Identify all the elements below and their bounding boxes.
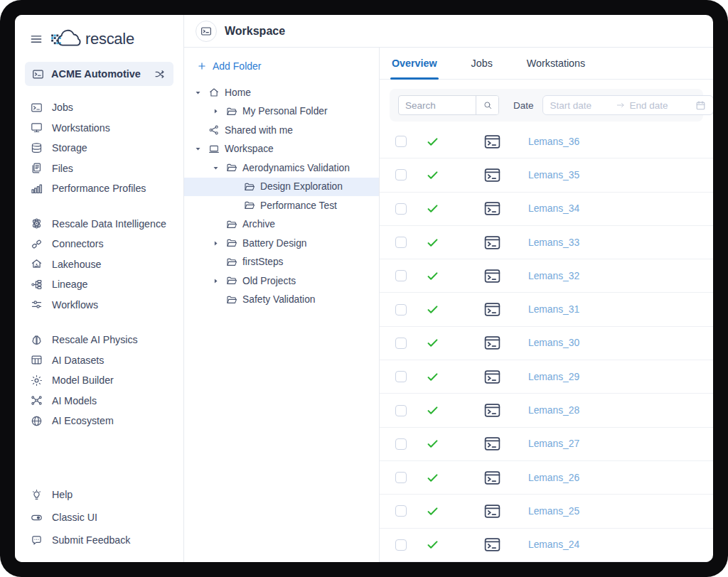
sidebar-item-label: Lineage — [52, 279, 88, 290]
sidebar-item[interactable]: AI Models — [25, 391, 173, 411]
table-icon — [31, 354, 43, 366]
tree-item-label: Old Projects — [242, 276, 296, 286]
lineage-icon — [31, 279, 43, 291]
date-filter-label: Date — [513, 100, 534, 111]
job-checkbox[interactable] — [395, 237, 407, 248]
tree-item[interactable]: Old Projects — [184, 271, 379, 291]
sidebar-item[interactable]: Connectors — [25, 234, 173, 254]
job-link[interactable]: Lemans_35 — [528, 170, 579, 180]
sidebar-item[interactable]: Model Builder — [25, 370, 173, 391]
caret-icon[interactable] — [230, 183, 239, 190]
sidebar-item[interactable]: Files — [25, 158, 173, 179]
tree-item[interactable]: My Personal Folder — [184, 102, 379, 122]
start-date-input[interactable] — [550, 100, 611, 111]
end-date-input[interactable] — [630, 100, 691, 111]
tab[interactable]: Overview — [390, 48, 439, 79]
job-checkbox[interactable] — [395, 539, 407, 551]
sidebar-item-label: Lakehouse — [52, 259, 101, 270]
job-link[interactable]: Lemans_31 — [528, 304, 579, 315]
sidebar-item-label: Workflows — [52, 299, 98, 311]
tab-label: Overview — [392, 58, 437, 69]
caret-right-icon[interactable] — [212, 277, 221, 285]
caret-right-icon[interactable] — [212, 107, 221, 115]
tree-item[interactable]: Home — [184, 83, 379, 102]
sidebar-item[interactable]: Lakehouse — [25, 254, 173, 275]
sidebar-item[interactable]: Performance Profiles — [25, 178, 173, 199]
sidebar-group-main: Jobs Workstations Storage — [25, 97, 173, 199]
tree-item[interactable]: Workspace — [184, 140, 379, 159]
job-link[interactable]: Lemans_28 — [528, 405, 579, 416]
job-checkbox[interactable] — [395, 338, 407, 349]
job-link[interactable]: Lemans_26 — [528, 473, 579, 483]
menu-icon[interactable] — [29, 32, 43, 46]
status-completed-icon — [426, 538, 439, 551]
job-checkbox[interactable] — [395, 169, 407, 180]
job-checkbox[interactable] — [395, 371, 407, 382]
tree-item[interactable]: Battery Design — [184, 234, 379, 253]
caret-down-icon[interactable] — [194, 89, 203, 97]
sidebar-item[interactable]: AI Ecosystem — [25, 411, 173, 431]
caret-icon[interactable] — [212, 296, 221, 303]
sidebar-item[interactable]: Workstations — [25, 118, 173, 139]
sidebar-item[interactable]: Lineage — [25, 274, 173, 295]
add-folder-button[interactable]: Add Folder — [184, 58, 379, 83]
job-link[interactable]: Lemans_33 — [528, 237, 579, 248]
job-checkbox[interactable] — [395, 270, 407, 281]
caret-icon[interactable] — [194, 126, 203, 134]
calendar-icon[interactable] — [695, 100, 706, 111]
job-link[interactable]: Lemans_36 — [528, 136, 579, 147]
sidebar-item[interactable]: Jobs — [25, 97, 173, 118]
account-switcher[interactable]: ACME Automotive — [25, 62, 173, 86]
job-terminal-icon — [483, 435, 501, 453]
job-checkbox[interactable] — [395, 304, 407, 316]
job-checkbox[interactable] — [395, 136, 407, 147]
search-button[interactable] — [476, 96, 498, 114]
job-link[interactable]: Lemans_32 — [528, 271, 579, 281]
app-window: rescale ACME Automotive Jobs Wor — [15, 15, 713, 562]
job-checkbox[interactable] — [395, 472, 407, 483]
caret-icon[interactable] — [212, 220, 221, 228]
job-link[interactable]: Lemans_34 — [528, 203, 579, 214]
tab[interactable]: Jobs — [470, 48, 494, 79]
sidebar-footer: Help Classic UI Submit Feedback — [25, 484, 173, 551]
sidebar-item[interactable]: AI Datasets — [25, 350, 173, 371]
job-checkbox[interactable] — [395, 405, 407, 416]
caret-right-icon[interactable] — [212, 239, 221, 247]
sidebar-footer-item[interactable]: Help — [25, 484, 173, 505]
sidebar-item[interactable]: Workflows — [25, 295, 173, 316]
arrow-right-icon — [616, 100, 626, 110]
status-completed-icon — [426, 236, 439, 249]
caret-down-icon[interactable] — [212, 164, 221, 172]
date-range-picker[interactable] — [542, 95, 713, 115]
sidebar-item-label: AI Ecosystem — [52, 415, 114, 426]
job-checkbox[interactable] — [395, 505, 407, 517]
sidebar-item[interactable]: Rescale Data Intelligence — [25, 214, 173, 234]
sidebar-item-label: Workstations — [52, 122, 110, 134]
job-link[interactable]: Lemans_30 — [528, 338, 579, 348]
sidebar-footer-item[interactable]: Submit Feedback — [25, 529, 173, 551]
job-link[interactable]: Lemans_24 — [528, 539, 579, 550]
caret-icon[interactable] — [230, 202, 239, 210]
sidebar-footer-item[interactable]: Classic UI — [25, 507, 173, 528]
tree-item[interactable]: Design Exploration — [184, 178, 379, 197]
job-checkbox[interactable] — [395, 203, 407, 215]
tab[interactable]: Workstations — [525, 48, 587, 79]
tree-item[interactable]: Archive — [184, 215, 379, 234]
job-link[interactable]: Lemans_27 — [528, 438, 579, 449]
tree-item[interactable]: Shared with me — [184, 121, 379, 140]
search-input[interactable] — [399, 96, 476, 114]
caret-down-icon[interactable] — [194, 145, 203, 153]
tree-item[interactable]: Performance Test — [184, 196, 379, 215]
tree-item[interactable]: Aerodynamics Validation — [184, 158, 379, 178]
status-completed-icon — [426, 404, 439, 417]
tree-item[interactable]: firstSteps — [184, 253, 379, 272]
job-link[interactable]: Lemans_29 — [528, 372, 579, 382]
sidebar-item[interactable]: Rescale AI Physics BETA — [25, 330, 173, 350]
job-link[interactable]: Lemans_25 — [528, 506, 579, 517]
sidebar-item[interactable]: Storage — [25, 138, 173, 158]
shuffle-icon[interactable] — [154, 68, 166, 80]
job-row: Lemans_30 — [380, 327, 713, 360]
job-checkbox[interactable] — [395, 438, 407, 450]
caret-icon[interactable] — [212, 258, 221, 266]
tree-item[interactable]: Safety Validation — [184, 291, 379, 310]
